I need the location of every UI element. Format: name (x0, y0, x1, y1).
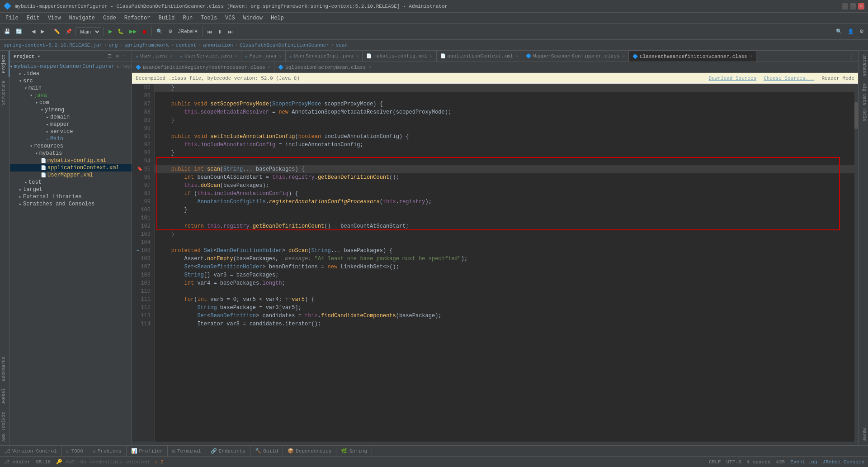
tabs-overflow-btn[interactable]: ⋮ (845, 51, 858, 62)
toolbar-more2[interactable]: 📌 (63, 27, 74, 36)
path-item-annotation[interactable]: annotation (203, 43, 233, 48)
maximize-button[interactable]: □ (850, 3, 856, 10)
bottom-tab-dependencies[interactable]: 📦 Dependencies (283, 446, 336, 456)
tab-close-userserviceimpl[interactable]: ✕ (356, 54, 359, 59)
tab-userservice-java[interactable]: ☕ UserService.java ✕ (176, 51, 241, 62)
title-bar-controls[interactable]: — □ ✕ (842, 3, 864, 10)
git-branch[interactable]: ⎇ master (4, 459, 30, 465)
toolbar-more4[interactable]: ⚙ (166, 27, 175, 36)
tab-close-userservice[interactable]: ✕ (235, 54, 237, 59)
sidebar-tab-bookmarks[interactable]: Bookmarks (0, 353, 9, 385)
bottom-tab-spring[interactable]: 🌿 Spring (336, 446, 372, 456)
toolbar-more6[interactable]: ⏸ (215, 28, 225, 36)
reader-mode-btn[interactable]: Reader Mode (821, 76, 854, 81)
tab-close-mapper-scanner[interactable]: ✕ (623, 54, 625, 59)
tree-item-main-class[interactable]: ☕ Main (10, 135, 132, 143)
menu-navigate[interactable]: Navigate (65, 14, 99, 22)
tree-item-src[interactable]: ▾ src (10, 77, 132, 85)
toolbar-jrebel[interactable]: JRebel ▾ (176, 27, 200, 36)
tree-item-usermapper[interactable]: 📄 UserMapper.xml (10, 172, 132, 179)
tree-item-resources[interactable]: ▾ resources (10, 143, 132, 150)
vertical-scrollbar[interactable] (854, 84, 858, 442)
menu-file[interactable]: File (2, 14, 22, 22)
menu-refactor[interactable]: Refactor (121, 14, 154, 22)
tab-close-mybatis-config[interactable]: ✕ (430, 54, 432, 59)
menu-build[interactable]: Build (155, 14, 178, 22)
code-content[interactable]: } public void setScopedProxyMode(ScopedP… (155, 84, 858, 442)
sidebar-tab-structure[interactable]: Structure (0, 77, 9, 109)
tree-item-appctx[interactable]: 📄 applicationContext.xml (10, 164, 132, 172)
tab-close-sqlsession[interactable]: ✕ (368, 65, 371, 70)
path-item-method[interactable]: scan (336, 43, 348, 48)
toolbar-back[interactable]: ◀ (29, 27, 38, 36)
tab-beandefinition-registry[interactable]: 🔷 BeanDefinitionRegistryPostProcessor.cl… (132, 62, 274, 72)
tree-item-idea[interactable]: ▸ .idea (10, 70, 132, 77)
bottom-tab-build[interactable]: 🔨 Build (250, 446, 283, 456)
bottom-tab-profiler[interactable]: 📊 Profiler (127, 446, 168, 456)
sidebar-tab-jrebel[interactable]: JRebel (0, 385, 9, 408)
toolbar-more3[interactable]: 🔍 (154, 27, 165, 36)
toolbar-more7[interactable]: ⏭ (226, 28, 235, 36)
tree-item-com[interactable]: ▾ com (10, 99, 132, 106)
tree-item-extlib[interactable]: ▸ External Libraries (10, 193, 132, 200)
choose-sources-link[interactable]: Choose Sources... (764, 76, 814, 81)
sidebar-tab-aws[interactable]: AWS Toolkit (0, 408, 9, 445)
scrollbar-thumb[interactable] (854, 102, 858, 129)
menu-view[interactable]: View (44, 14, 65, 22)
tab-userserviceimpl-java[interactable]: ☕ UserServiceImpl.java ✕ (286, 51, 363, 62)
tree-item-yimeng[interactable]: ▾ yimeng (10, 106, 132, 114)
bottom-tab-todo[interactable]: ☑ TODO (62, 446, 88, 456)
tree-item-java[interactable]: ▾ java (10, 92, 132, 99)
tab-classpath-scanner-class[interactable]: 🔷 ClassPathBeanDefinitionScanner.class ✕ (629, 51, 756, 62)
path-item-context[interactable]: context (176, 43, 197, 48)
sidebar-tab-project[interactable]: Project (0, 51, 9, 77)
sidebar-toolbar-btn3[interactable]: — (122, 52, 128, 60)
tree-item-domain[interactable]: ▸ domain (10, 114, 132, 121)
tab-user-java[interactable]: ☕ User.java ✕ (132, 51, 176, 62)
tree-item-main[interactable]: ▾ main (10, 85, 132, 92)
tab-close-user[interactable]: ✕ (170, 54, 172, 59)
tree-item-mybatis[interactable]: ▾ mybatis (10, 150, 132, 157)
tree-item-target[interactable]: ▸ target (10, 186, 132, 193)
toolbar-stop[interactable]: ⏹ (140, 28, 149, 36)
tree-item-mybatis-config[interactable]: 📄 mybatis-config.xml (10, 157, 132, 164)
tree-item-mapper[interactable]: ▸ mapper (10, 121, 132, 128)
toolbar-more5[interactable]: ⏮ (205, 28, 214, 36)
tab-mapper-scanner-class[interactable]: 🔷 MapperScannerConfigurer.class ✕ (522, 51, 629, 62)
sidebar-toolbar-btn2[interactable]: ⚙ (114, 52, 121, 60)
menu-help[interactable]: Help (267, 14, 288, 22)
toolbar-config-dropdown[interactable]: Main (75, 27, 101, 36)
menu-vcs[interactable]: VCS (222, 14, 239, 22)
horizontal-scrollbar[interactable] (132, 442, 858, 445)
path-item-springframework[interactable]: springframework (124, 43, 169, 48)
menu-code[interactable]: Code (99, 14, 120, 22)
tab-close-main[interactable]: ✕ (279, 54, 281, 59)
minimize-button[interactable]: — (842, 3, 848, 10)
tab-main-java[interactable]: ☕ Main.java ✕ (241, 51, 286, 62)
path-item-class[interactable]: ClassPathBeanDefinitionScanner (240, 43, 329, 48)
tab-mybatis-config-xml[interactable]: 📄 mybatis-config.xml ✕ (363, 51, 436, 62)
close-button[interactable]: ✕ (858, 3, 864, 10)
right-tab-database[interactable]: Database (859, 51, 868, 80)
download-sources-link[interactable]: Download Sources (709, 76, 757, 81)
tab-appctx-xml[interactable]: 📄 applicationContext.xml ✕ (437, 51, 523, 62)
menu-run[interactable]: Run (179, 14, 196, 22)
toolbar-sync[interactable]: 🔄 (14, 27, 24, 36)
toolbar-run[interactable]: ▶ (106, 27, 114, 36)
right-tab-maven[interactable]: Maven (859, 424, 868, 445)
tree-item-service[interactable]: ▸ service (10, 128, 132, 135)
menu-edit[interactable]: Edit (23, 14, 43, 22)
toolbar-run2[interactable]: ▶▶ (127, 27, 139, 36)
tree-item-scratches[interactable]: ▸ Scratches and Consoles (10, 200, 132, 208)
toolbar-search[interactable]: 🔍 (834, 27, 844, 36)
tab-close-appctx[interactable]: ✕ (516, 54, 518, 59)
tab-close-registry[interactable]: ✕ (268, 65, 270, 70)
bottom-tab-version-control[interactable]: ⎇ Version Control (0, 446, 62, 456)
toolbar-user[interactable]: 👤 (845, 27, 856, 36)
toolbar-save-all[interactable]: 💾 (2, 27, 13, 36)
tree-item-test[interactable]: ▸ test (10, 179, 132, 186)
status-encoding[interactable]: UTF-8 (726, 459, 741, 465)
sidebar-toolbar[interactable]: ☰ ⚙ — (106, 52, 128, 60)
tab-sqlsession-factory[interactable]: 🔷 SqlSessionFactoryBean.class ✕ (274, 62, 375, 72)
sidebar-toolbar-btn1[interactable]: ☰ (106, 52, 113, 60)
